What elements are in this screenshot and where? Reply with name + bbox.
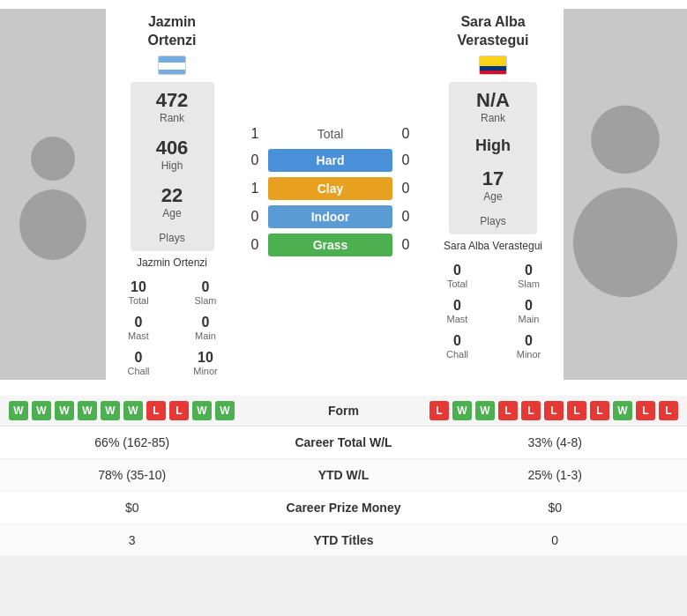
stats-value-right: 33% (4-8) [432,435,679,449]
total-p2: 0 [392,126,419,142]
form-badge-p2: W [452,401,472,420]
player2-form-badges: LWWLLLLLWLL [397,401,679,420]
bottom-section: WWWWWWLLWW Form LWWLLLLLWLL 66% (162-85)… [0,396,687,557]
player1-chall-value: 0 [108,350,169,366]
form-badge-p2: L [544,401,564,420]
player2-slam-label: Slam [496,278,562,289]
player2-minor-cell: 0 Minor [494,330,564,363]
clay-p1: 1 [242,181,268,197]
player1-minor-value: 10 [175,350,236,366]
player1-main-cell: 0 Main [173,311,238,345]
hard-p2: 0 [392,152,419,168]
player1-chall-label: Chall [108,366,169,376]
grass-p2: 0 [392,237,419,253]
total-p1: 1 [242,126,268,142]
player1-header-name: Jazmin Ortenzi [147,13,196,50]
total-row: 1 Total 0 [242,126,419,142]
form-badge-p1: W [215,401,235,420]
stats-row-label: YTD W/L [256,468,432,482]
clay-row: 1 Clay 0 [242,177,419,200]
player1-mast-cell: 0 Mast [106,311,171,345]
player1-high-value: 406 [156,137,189,160]
form-label: Form [291,404,397,418]
player2-high-value: High [475,137,511,155]
stats-value-right: $0 [432,501,679,515]
player1-high-item: 406 High [156,137,189,172]
stats-row-label: Career Total W/L [256,435,432,449]
form-badge-p2: L [590,401,609,420]
stats-value-left: 3 [9,533,256,547]
player2-slam-cell: 0 Slam [494,259,564,293]
form-badge-p1: L [146,401,166,420]
grass-badge: Grass [268,234,392,256]
form-badge-p1: W [123,401,143,420]
player1-age-label: Age [161,207,183,219]
total-label: Total [268,127,392,141]
grass-p1: 0 [242,237,268,253]
form-badge-p1: W [9,401,28,420]
player1-slam-label: Slam [175,295,236,306]
player1-plays-item: Plays [159,232,184,244]
player2-age-label: Age [482,190,504,203]
player1-form-badges: WWWWWWLLWW [9,401,291,420]
player2-chall-cell: 0 Chall [422,330,492,363]
clay-p2: 0 [392,181,419,197]
svg-point-0 [31,137,75,181]
player2-minor-label: Minor [496,349,562,360]
player2-total-label: Total [424,278,490,289]
player2-mast-cell: 0 Mast [422,294,492,328]
form-badge-p1: W [78,401,97,420]
player1-age-value: 22 [161,184,183,207]
player1-chall-cell: 0 Chall [106,346,171,380]
player1-total-label: Total [108,295,169,306]
main-container: Jazmin Ortenzi 472 Rank 406 High 2 [0,0,687,557]
player2-flag [479,56,507,75]
player2-chall-value: 0 [424,333,490,349]
player2-name-label: Sara Alba Verastegui [444,240,542,252]
hard-badge: Hard [268,149,392,172]
player2-plays-item: Plays [480,215,505,227]
player1-minor-label: Minor [175,366,236,376]
player2-high-item: High [475,137,511,155]
player2-stats-grid: 0 Total 0 Slam 0 Mast 0 Main 0 Chall [422,259,564,363]
stats-row: 66% (162-85)Career Total W/L33% (4-8) [0,427,687,459]
stats-row: 3YTD Titles0 [0,524,687,557]
form-badge-p2: L [567,401,586,420]
player1-main-value: 0 [175,315,236,330]
player1-main-label: Main [175,330,236,341]
form-badge-p2: L [429,401,449,420]
player2-photo [564,9,687,380]
player2-rank-item: N/A Rank [476,89,510,124]
stats-value-left: 66% (162-85) [9,435,256,449]
indoor-badge: Indoor [268,205,392,228]
form-badge-p1: W [32,401,51,420]
form-badge-p1: L [169,401,189,420]
player2-total-value: 0 [424,263,490,278]
stats-value-left: $0 [9,501,256,515]
svg-point-2 [591,105,660,174]
indoor-p2: 0 [392,209,419,225]
player2-main-cell: 0 Main [494,294,564,328]
stats-row: 78% (35-10)YTD W/L25% (1-3) [0,459,687,492]
player2-plays-label: Plays [480,215,505,227]
player1-rank-value: 472 [156,89,189,112]
player1-total-value: 10 [108,279,169,295]
form-badge-p2: L [659,401,678,420]
player1-mast-label: Mast [108,330,169,341]
grass-row: 0 Grass 0 [242,234,419,256]
player1-stats-grid: 10 Total 0 Slam 0 Mast 0 Main 0 Chall [106,276,238,380]
player1-name-label: Jazmin Ortenzi [137,256,207,269]
player2-rank-label: Rank [476,112,510,124]
player1-minor-cell: 10 Minor [173,346,238,380]
player2-chall-label: Chall [424,349,490,360]
player2-mast-value: 0 [424,298,490,314]
form-badge-p2: L [521,401,541,420]
player2-main-value: 0 [496,298,562,314]
form-badge-p2: W [613,401,632,420]
player2-rank-value: N/A [476,89,510,112]
player2-total-cell: 0 Total [422,259,492,293]
player1-slam-value: 0 [175,279,236,295]
player1-photo [0,9,106,380]
player1-rank-label: Rank [156,112,189,124]
hard-row: 0 Hard 0 [242,149,419,172]
